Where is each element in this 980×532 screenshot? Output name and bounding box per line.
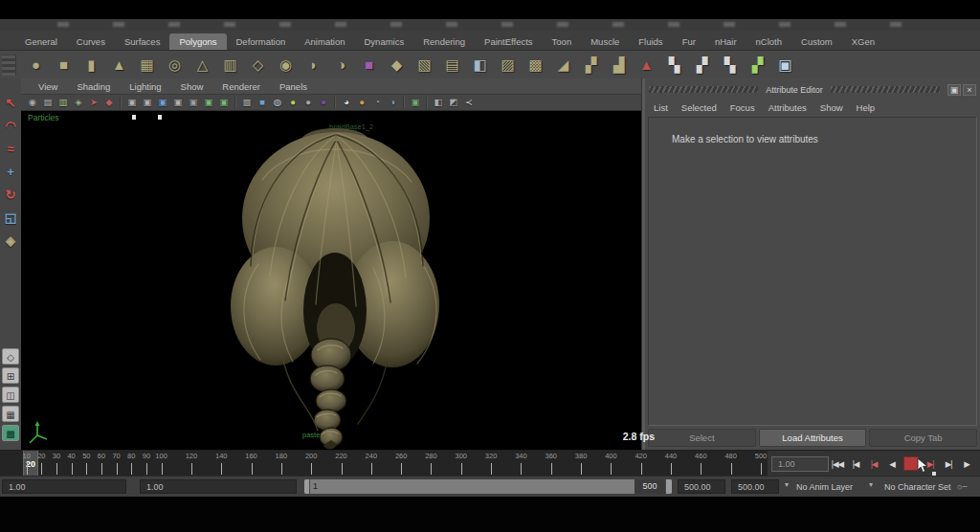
character-set-dropdown[interactable]: No Character Set: [884, 477, 951, 498]
extrude-icon[interactable]: ▧: [411, 53, 438, 77]
shelf-tab-deformation[interactable]: Deformation: [227, 33, 296, 50]
camera-view-icon[interactable]: ◕: [339, 96, 354, 109]
purple-ball-icon[interactable]: ●: [316, 96, 331, 109]
poly-prism-icon[interactable]: △: [189, 53, 216, 77]
viewport-menu-show[interactable]: Show: [171, 81, 213, 92]
close-icon[interactable]: ×: [963, 84, 976, 96]
triangulate-icon[interactable]: ◢: [549, 53, 577, 77]
anim-layer-dropdown-icon[interactable]: ▾: [785, 480, 789, 489]
viewport-menu-panels[interactable]: Panels: [270, 81, 317, 92]
half-ball-icon[interactable]: ◔: [369, 96, 385, 109]
layout-four-pane-button[interactable]: ⊞: [2, 367, 19, 384]
layout-persp-outliner-button[interactable]: ▦: [2, 406, 19, 422]
shelf-tab-dynamics[interactable]: Dynamics: [355, 33, 414, 50]
attribute-editor-menu-show[interactable]: Show: [817, 102, 854, 113]
camera-attributes-icon[interactable]: ▤: [40, 96, 56, 109]
motion-blur-icon[interactable]: ▣: [216, 96, 232, 109]
viewport-menu-view[interactable]: View: [29, 81, 67, 92]
scale-tool-icon[interactable]: ◱: [0, 207, 21, 230]
poly-cone-icon[interactable]: ▲: [105, 53, 133, 77]
playback-end-field[interactable]: 500.00: [678, 479, 725, 494]
playback-start-field[interactable]: 1.00: [140, 479, 297, 494]
timeline-track[interactable]: 20 1020304050607080901001201401601802002…: [0, 451, 768, 477]
share-icon[interactable]: ≺: [461, 96, 477, 109]
mirror-icon[interactable]: ◧: [466, 53, 494, 77]
range-end-handle[interactable]: [665, 479, 672, 494]
shelf-tab-toon[interactable]: Toon: [543, 33, 582, 50]
poly-platonic-icon[interactable]: ◇: [244, 53, 272, 77]
reduce-icon[interactable]: ▟: [605, 53, 633, 77]
blue-ball-icon[interactable]: ◑: [385, 96, 400, 109]
separate-view-icon[interactable]: ◧: [431, 96, 446, 109]
move-tool-icon[interactable]: +: [0, 161, 21, 184]
load-attributes-button[interactable]: Load Attributes: [759, 429, 867, 447]
range-slider[interactable]: 1 500: [304, 479, 672, 494]
playback-speed-field[interactable]: 1.00: [771, 456, 829, 472]
layout-persp-textured-button[interactable]: ▩: [2, 425, 19, 441]
shelf-tab-general[interactable]: General: [15, 33, 67, 50]
uv-automatic-icon[interactable]: ▞: [744, 53, 771, 77]
sculpt-tool-icon[interactable]: ▲: [633, 53, 660, 77]
textured-display-icon[interactable]: ■: [255, 96, 270, 109]
camera-lock-icon[interactable]: ◉: [25, 96, 40, 109]
image-plane-icon[interactable]: ◈: [71, 96, 86, 109]
uv-cylindrical-icon[interactable]: ▞: [688, 53, 716, 77]
attribute-editor-menu-list[interactable]: List: [651, 102, 679, 113]
quadrangulate-icon[interactable]: ▞: [577, 53, 605, 77]
rotate-tool-icon[interactable]: ↻: [0, 184, 21, 207]
character-set-dropdown-icon[interactable]: ▾: [869, 480, 873, 489]
textured-mode-icon[interactable]: ▣: [155, 96, 170, 109]
copy-tab-button[interactable]: Copy Tab: [869, 429, 977, 447]
manipulator-dot[interactable]: [132, 115, 136, 120]
2d-pan-zoom-icon[interactable]: ➤: [86, 96, 101, 109]
isolate-select-icon[interactable]: ▣: [408, 96, 423, 109]
bridge-icon[interactable]: ▤: [438, 53, 466, 77]
go-to-end-button[interactable]: ▶: [958, 456, 975, 472]
last-tool-icon[interactable]: ◈: [0, 230, 21, 253]
attribute-editor-menu-focus[interactable]: Focus: [727, 102, 766, 113]
play-backwards-button[interactable]: ◀: [883, 456, 901, 472]
attribute-editor-menu-attributes[interactable]: Attributes: [766, 102, 817, 113]
uv-spherical-icon[interactable]: ▚: [716, 53, 744, 77]
orange-ball-icon[interactable]: ●: [354, 96, 369, 109]
shelf-tab-rendering[interactable]: Rendering: [413, 33, 475, 50]
add-divisions-icon[interactable]: ▩: [522, 53, 549, 77]
loop-icon[interactable]: ◩: [446, 96, 461, 109]
select-tool-icon[interactable]: ↖: [0, 92, 21, 115]
poly-plane-icon[interactable]: ▦: [133, 53, 161, 77]
attribute-editor-titlebar[interactable]: Attribute Editor ▣×: [649, 83, 976, 96]
uv-planar-icon[interactable]: ▚: [660, 53, 688, 77]
crease-tool-icon[interactable]: ■: [355, 53, 383, 77]
shelf-tab-surfaces[interactable]: Surfaces: [115, 33, 170, 50]
layout-two-pane-button[interactable]: ◫: [2, 387, 19, 403]
manipulator-dot[interactable]: [158, 115, 162, 120]
hair-model[interactable]: [224, 122, 454, 450]
anim-layer-dropdown[interactable]: No Anim Layer: [796, 477, 853, 498]
default-material-icon[interactable]: ▩: [239, 96, 255, 109]
shelf-tab-ncloth[interactable]: nCloth: [746, 33, 791, 50]
viewport-canvas[interactable]: Particles braidBase1_2 pasted_1: [21, 111, 662, 450]
shelf-tab-painteffects[interactable]: PaintEffects: [475, 33, 543, 50]
step-back-frame-button[interactable]: |◀: [847, 456, 864, 472]
shelf-tab-animation[interactable]: Animation: [295, 33, 354, 50]
lasso-tool-icon[interactable]: ◠: [0, 115, 21, 138]
viewport-menu-renderer[interactable]: Renderer: [212, 81, 270, 92]
auto-key-icon[interactable]: ○╌: [957, 477, 968, 498]
lighting-all-icon[interactable]: ▣: [170, 96, 186, 109]
poly-sphere-icon[interactable]: ●: [22, 53, 50, 77]
step-forward-frame-button[interactable]: ▶|: [940, 456, 957, 472]
shelf-grip-handle[interactable]: [2, 55, 16, 76]
screen-ao-icon[interactable]: ▣: [201, 96, 216, 109]
poly-cylinder-icon[interactable]: ▮: [78, 53, 105, 77]
attribute-editor-menu-help[interactable]: Help: [854, 102, 886, 113]
shaded-mode-icon[interactable]: ▣: [140, 96, 155, 109]
uv-editor-icon[interactable]: ▣: [771, 53, 799, 77]
shelf-tab-fluids[interactable]: Fluids: [629, 33, 672, 50]
layout-single-pane-button[interactable]: ◇: [2, 348, 19, 365]
range-start-handle[interactable]: [304, 479, 310, 494]
poly-torus-icon[interactable]: ◎: [161, 53, 189, 77]
shelf-tab-custom[interactable]: Custom: [791, 33, 842, 50]
animation-end-field[interactable]: 500.00: [731, 479, 779, 494]
bookmark-icon[interactable]: ▥: [56, 96, 71, 109]
shelf-tab-polygons[interactable]: Polygons: [169, 33, 226, 50]
